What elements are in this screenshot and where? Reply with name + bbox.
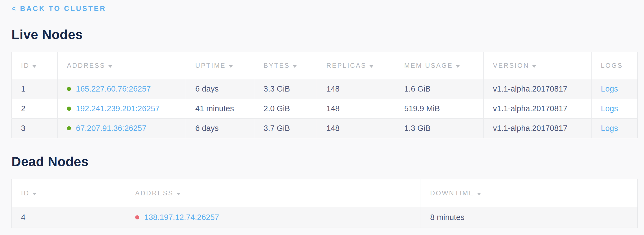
- sort-arrow-icon: [293, 65, 297, 68]
- node-address-link[interactable]: 192.241.239.201:26257: [76, 104, 159, 113]
- column-header-label: LOGS: [601, 62, 623, 69]
- sort-arrow-icon: [33, 65, 36, 68]
- column-header-replicas[interactable]: REPLICAS: [317, 52, 395, 79]
- healthy-status-icon: [67, 87, 71, 91]
- cell-bytes: 3.3 GiB: [254, 79, 317, 99]
- cell-node-address: 138.197.12.74:26257: [126, 207, 421, 228]
- logs-link[interactable]: Logs: [601, 104, 618, 113]
- dead-status-icon: [135, 215, 139, 219]
- cell-node-address: 192.241.239.201:26257: [58, 99, 186, 119]
- cell-version: v1.1-alpha.20170817: [484, 119, 592, 138]
- column-header-label: ADDRESS: [67, 62, 105, 69]
- cell-bytes: 2.0 GiB: [254, 99, 317, 119]
- cell-replicas: 148: [317, 99, 395, 119]
- column-header-mem-usage[interactable]: MEM USAGE: [395, 52, 484, 79]
- cell-bytes: 3.7 GiB: [254, 119, 317, 138]
- table-row: 3 67.207.91.36:26257 6 days 3.7 GiB 148 …: [12, 119, 638, 138]
- dead-nodes-table: ID ADDRESS DOWNTIME 4 138.197.12.74:2625…: [11, 179, 638, 228]
- column-header-address[interactable]: ADDRESS: [126, 179, 421, 207]
- sort-arrow-icon: [108, 65, 112, 68]
- column-header-id[interactable]: ID: [12, 179, 126, 207]
- sort-arrow-icon: [532, 65, 536, 68]
- column-header-label: ADDRESS: [135, 189, 174, 197]
- sort-arrow-icon: [477, 193, 481, 195]
- node-address-link[interactable]: 138.197.12.74:26257: [144, 213, 219, 222]
- cell-uptime: 6 days: [186, 119, 254, 138]
- column-header-label: DOWNTIME: [430, 189, 474, 197]
- cell-version: v1.1-alpha.20170817: [484, 99, 592, 119]
- cell-node-id: 2: [12, 99, 58, 119]
- column-header-label: BYTES: [264, 62, 290, 69]
- cell-logs: Logs: [592, 99, 638, 119]
- cell-replicas: 148: [317, 119, 395, 138]
- column-header-downtime[interactable]: DOWNTIME: [421, 179, 638, 207]
- column-header-uptime[interactable]: UPTIME: [186, 52, 254, 79]
- cell-downtime: 8 minutes: [421, 207, 638, 228]
- node-list-page: < BACK TO CLUSTER Live Nodes ID ADDRESS …: [0, 0, 644, 235]
- cell-logs: Logs: [592, 79, 638, 99]
- column-header-id[interactable]: ID: [12, 52, 58, 79]
- table-row: 2 192.241.239.201:26257 41 minutes 2.0 G…: [12, 99, 638, 119]
- column-header-address[interactable]: ADDRESS: [58, 52, 186, 79]
- column-header-label: UPTIME: [195, 62, 226, 69]
- cell-node-address: 165.227.60.76:26257: [58, 79, 186, 99]
- column-header-label: ID: [21, 189, 29, 197]
- cell-node-address: 67.207.91.36:26257: [58, 119, 186, 138]
- column-header-version[interactable]: VERSION: [484, 52, 592, 79]
- cell-uptime: 41 minutes: [186, 99, 254, 119]
- node-address-link[interactable]: 67.207.91.36:26257: [76, 124, 146, 133]
- sort-arrow-icon: [229, 65, 233, 68]
- cell-logs: Logs: [592, 119, 638, 138]
- logs-link[interactable]: Logs: [601, 124, 618, 133]
- cell-uptime: 6 days: [186, 79, 254, 99]
- live-nodes-table: ID ADDRESS UPTIME BYTES REPLICAS MEM USA…: [11, 52, 638, 138]
- node-address-link[interactable]: 165.227.60.76:26257: [76, 84, 151, 93]
- cell-node-id: 3: [12, 119, 58, 138]
- back-to-cluster-link[interactable]: < BACK TO CLUSTER: [11, 4, 106, 13]
- column-header-logs: LOGS: [592, 52, 638, 79]
- column-header-label: VERSION: [493, 62, 529, 69]
- table-row: 4 138.197.12.74:26257 8 minutes: [12, 207, 638, 228]
- cell-node-id: 1: [12, 79, 58, 99]
- column-header-label: REPLICAS: [326, 62, 367, 69]
- cell-mem-usage: 519.9 MiB: [395, 99, 484, 119]
- logs-link[interactable]: Logs: [601, 84, 618, 93]
- column-header-label: ID: [21, 62, 29, 69]
- cell-replicas: 148: [317, 79, 395, 99]
- cell-version: v1.1-alpha.20170817: [484, 79, 592, 99]
- healthy-status-icon: [67, 126, 71, 130]
- sort-arrow-icon: [370, 65, 373, 68]
- column-header-bytes[interactable]: BYTES: [254, 52, 317, 79]
- column-header-label: MEM USAGE: [404, 62, 453, 69]
- table-row: 1 165.227.60.76:26257 6 days 3.3 GiB 148…: [12, 79, 638, 99]
- cell-node-id: 4: [12, 207, 126, 228]
- cell-mem-usage: 1.6 GiB: [395, 79, 484, 99]
- sort-arrow-icon: [456, 65, 460, 68]
- live-nodes-title: Live Nodes: [11, 27, 637, 42]
- healthy-status-icon: [67, 107, 71, 111]
- cell-mem-usage: 1.3 GiB: [395, 119, 484, 138]
- sort-arrow-icon: [177, 193, 181, 195]
- live-header-row: ID ADDRESS UPTIME BYTES REPLICAS MEM USA…: [12, 52, 638, 79]
- dead-header-row: ID ADDRESS DOWNTIME: [12, 179, 638, 207]
- dead-nodes-title: Dead Nodes: [11, 154, 637, 169]
- sort-arrow-icon: [33, 193, 36, 195]
